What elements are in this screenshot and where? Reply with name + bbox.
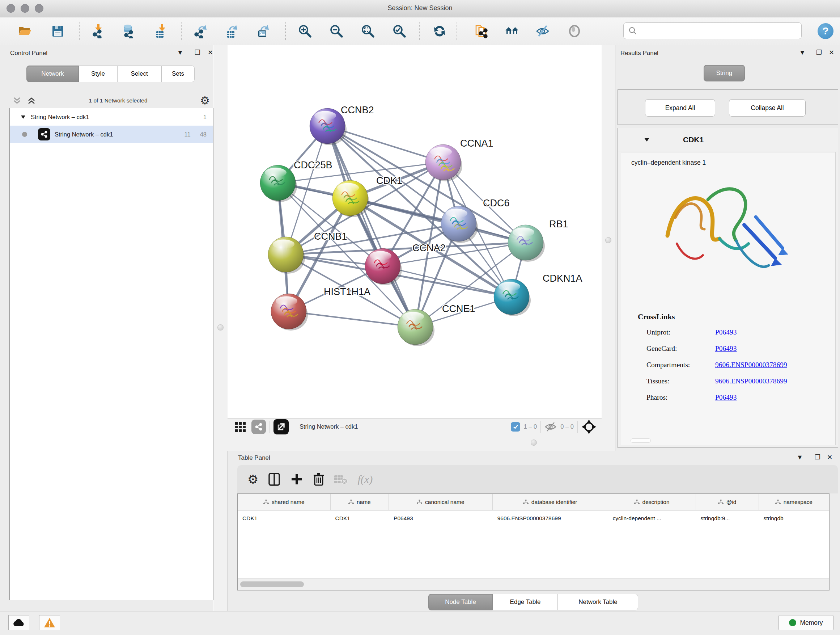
expand-all-button[interactable]: Expand All xyxy=(645,99,715,117)
network-node-CCNB2[interactable]: CCNB2 xyxy=(309,105,374,145)
network-share-view-icon[interactable] xyxy=(251,420,266,434)
delete-column-icon[interactable] xyxy=(313,472,325,486)
right-splitter-handle[interactable] xyxy=(605,237,611,243)
clone-network-button[interactable] xyxy=(471,21,491,41)
table-cell[interactable]: CDK1 xyxy=(238,510,331,526)
left-splitter[interactable] xyxy=(213,45,227,611)
network-tree-child-row[interactable]: String Network – cdk1 11 48 xyxy=(10,126,213,143)
zoom-out-button[interactable] xyxy=(326,21,347,41)
network-node-CCNA1[interactable]: CCNA1 xyxy=(425,138,493,181)
control-panel-collapse-icon[interactable]: ▼ xyxy=(177,49,183,57)
column-header-database-identifier[interactable]: database identifier xyxy=(493,494,608,510)
results-panel-collapse-icon[interactable]: ▼ xyxy=(799,49,806,57)
horizontal-splitter-handle[interactable] xyxy=(531,440,537,446)
network-node-CDKN1A[interactable]: CDKN1A xyxy=(494,273,583,316)
tree-expander-icon[interactable] xyxy=(21,115,26,119)
table-panel-float-icon[interactable]: ❐ xyxy=(815,453,821,461)
zoom-fit-button[interactable] xyxy=(358,21,378,41)
table-horizontal-scrollbar[interactable] xyxy=(238,578,829,590)
table-cell[interactable]: P06493 xyxy=(389,510,493,526)
network-node-CDK1[interactable]: CDK1 xyxy=(332,175,402,217)
results-panel-close-icon[interactable]: ✕ xyxy=(829,49,834,57)
zoom-selected-button[interactable] xyxy=(389,21,409,41)
results-scrollbar[interactable] xyxy=(630,439,651,443)
import-table-from-file-button[interactable] xyxy=(152,21,172,41)
refresh-view-button[interactable] xyxy=(429,21,450,41)
table-cell[interactable]: stringdb xyxy=(759,510,829,526)
tab-edge-table[interactable]: Edge Table xyxy=(493,594,558,610)
export-image-button[interactable] xyxy=(253,21,273,41)
network-options-gear-icon[interactable]: ⚙ xyxy=(200,95,210,106)
add-column-icon[interactable] xyxy=(290,473,303,486)
gene-expander-icon[interactable] xyxy=(644,137,650,142)
collapse-all-icon[interactable] xyxy=(12,96,22,105)
import-network-from-file-button[interactable] xyxy=(88,21,109,41)
network-node-RB1[interactable]: RB1 xyxy=(508,219,568,262)
tab-select[interactable]: Select xyxy=(117,65,161,82)
table-cell[interactable]: cyclin-dependent ... xyxy=(608,510,696,526)
table-cell[interactable]: 9606.ENSP00000378699 xyxy=(493,510,608,526)
table-panel-close-icon[interactable]: ✕ xyxy=(827,453,832,461)
column-header-description[interactable]: description xyxy=(608,494,696,510)
control-panel-close-icon[interactable]: ✕ xyxy=(208,49,213,57)
tree-root-label: String Network – cdk1 xyxy=(31,114,89,120)
expand-all-icon[interactable] xyxy=(27,96,36,105)
column-header-shared-name[interactable]: shared name xyxy=(238,494,331,510)
show-columns-icon[interactable] xyxy=(268,472,281,486)
tab-node-table[interactable]: Node Table xyxy=(428,594,493,610)
tab-network[interactable]: Network xyxy=(27,65,79,82)
birdseye-view-button[interactable] xyxy=(564,21,584,41)
tab-style[interactable]: Style xyxy=(79,65,117,82)
show-hide-button[interactable] xyxy=(532,21,553,41)
right-splitter[interactable] xyxy=(602,45,615,451)
column-header-namespace[interactable]: namespace xyxy=(759,494,829,510)
warnings-button[interactable] xyxy=(39,615,60,630)
table-scrollbar-thumb[interactable] xyxy=(240,581,304,587)
selected-checkbox-icon[interactable] xyxy=(511,422,520,432)
cloud-button[interactable] xyxy=(8,615,29,630)
crosslink-value[interactable]: P06493 xyxy=(715,328,737,336)
zoom-in-button[interactable] xyxy=(295,21,315,41)
network-node-CCNE1[interactable]: CCNE1 xyxy=(398,303,475,346)
network-tree: String Network – cdk1 1 String Network –… xyxy=(9,108,213,600)
left-splitter-handle[interactable] xyxy=(218,325,224,331)
first-neighbors-button[interactable] xyxy=(502,21,522,41)
tab-sets[interactable]: Sets xyxy=(161,65,195,82)
column-header-name[interactable]: name xyxy=(331,494,389,510)
table-row[interactable]: CDK1CDK1P064939606.ENSP00000378699cyclin… xyxy=(238,510,829,526)
export-table-button[interactable] xyxy=(221,21,242,41)
table-panel-collapse-icon[interactable]: ▼ xyxy=(797,454,803,461)
control-panel-float-icon[interactable]: ❐ xyxy=(195,49,201,57)
table-cell[interactable]: CDK1 xyxy=(331,510,389,526)
crosslink-value[interactable]: P06493 xyxy=(715,394,737,402)
network-tree-root-row[interactable]: String Network – cdk1 1 xyxy=(10,108,213,126)
open-view-icon[interactable] xyxy=(273,419,289,434)
column-header-id[interactable]: @id xyxy=(696,494,759,510)
search-input[interactable] xyxy=(638,24,801,38)
tab-string[interactable]: String xyxy=(704,65,745,81)
horizontal-splitter[interactable] xyxy=(227,435,602,451)
results-panel-float-icon[interactable]: ❐ xyxy=(816,49,822,57)
table-settings-gear-icon[interactable]: ⚙ xyxy=(248,472,258,486)
crosslink-value[interactable]: 9606.ENSP00000378699 xyxy=(715,377,787,385)
crosslink-value[interactable]: 9606.ENSP00000378699 xyxy=(715,361,787,369)
grid-view-icon[interactable] xyxy=(234,421,246,433)
column-header-canonical-name[interactable]: canonical name xyxy=(389,494,493,510)
open-session-button[interactable] xyxy=(14,21,35,41)
node-label: CDKN1A xyxy=(543,273,583,284)
help-button[interactable]: ? xyxy=(815,21,836,41)
tab-network-table[interactable]: Network Table xyxy=(558,594,638,610)
save-session-button[interactable] xyxy=(48,21,68,41)
table-toolbar: ⚙ f(x) xyxy=(237,465,838,494)
memory-button[interactable]: Memory xyxy=(778,615,834,630)
export-network-button[interactable] xyxy=(191,21,211,41)
network-node-HIST1H1A[interactable]: HIST1H1A xyxy=(271,287,370,331)
table-cell[interactable]: stringdb:9... xyxy=(696,510,759,526)
import-network-from-database-button[interactable] xyxy=(118,21,139,41)
network-canvas[interactable]: CCNB2 CCNA1 CDC25B CDK1 CDC6 RB1 CCNB1 xyxy=(227,45,602,418)
collapse-all-button[interactable]: Collapse All xyxy=(729,99,806,117)
birdseye-crosshair-icon[interactable] xyxy=(581,419,597,434)
gene-header-row[interactable]: CDK1 xyxy=(618,128,838,151)
search-field[interactable] xyxy=(623,22,802,39)
crosslink-value[interactable]: P06493 xyxy=(715,345,737,353)
